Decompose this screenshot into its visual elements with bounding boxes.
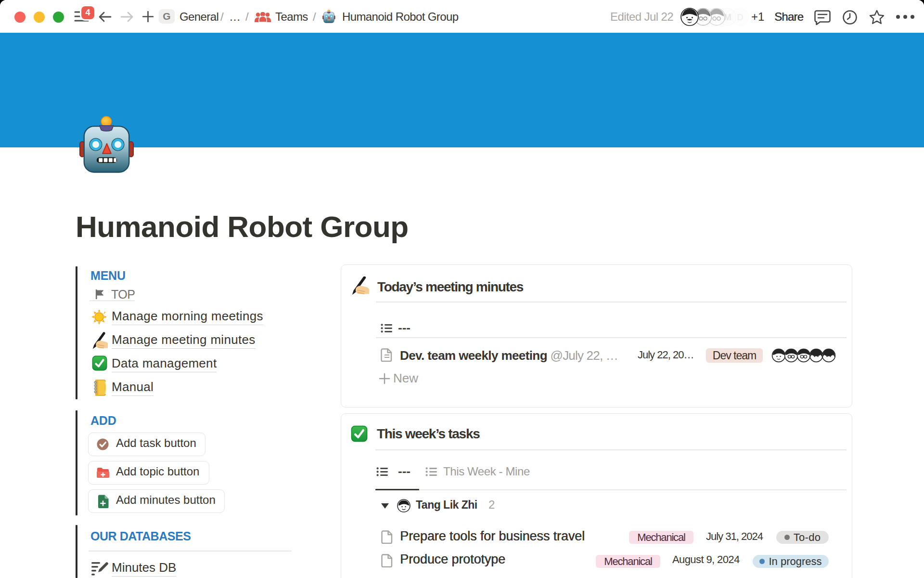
svg-text:D: D	[737, 12, 744, 22]
